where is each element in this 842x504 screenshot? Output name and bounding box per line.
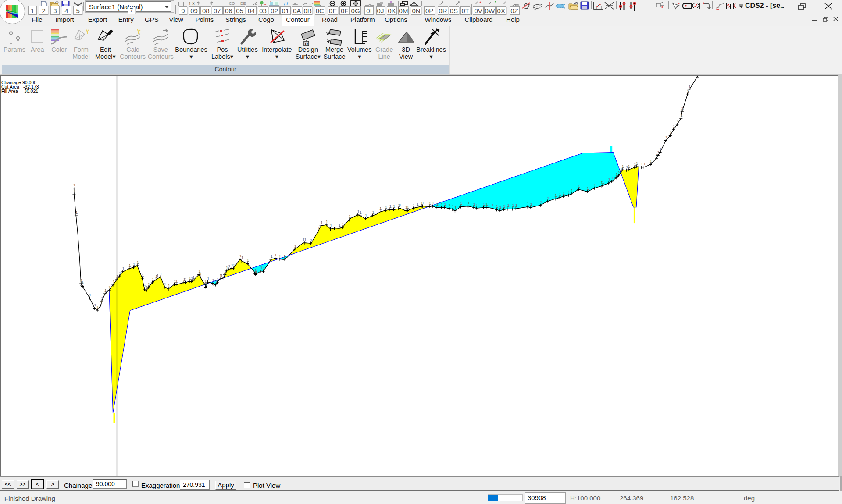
svg-text:1: 1 [255,269,257,273]
svg-text:1: 1 [689,84,691,89]
svg-text:1: 1 [429,201,431,206]
svg-text:1: 1 [643,161,646,166]
svg-text:1: 1 [96,305,99,309]
svg-text:1: 1 [73,188,75,193]
svg-text:1: 1 [247,258,249,263]
svg-text:1: 1 [89,292,91,297]
svg-text:1: 1 [641,161,643,166]
svg-text:1: 1 [422,200,424,205]
svg-text:DE: DE [240,1,246,6]
svg-text:1: 1 [483,202,485,206]
svg-text:1: 1 [73,182,75,187]
svg-text:1: 1 [207,276,209,281]
svg-text:1: 1 [294,244,296,248]
svg-text:1: 1 [530,202,532,206]
svg-text:1: 1 [515,203,517,208]
svg-text:1: 1 [94,302,96,307]
svg-text:1: 1 [325,219,328,224]
svg-text:1: 1 [100,299,103,304]
svg-text:1: 1 [175,279,178,284]
svg-text:1: 1 [152,277,154,282]
svg-text:1: 1 [507,203,510,208]
svg-text:1: 1 [554,193,557,198]
svg-text:1: 1 [148,282,150,287]
svg-text:1: 1 [393,204,395,209]
svg-text:1: 1 [608,177,610,182]
svg-text:1: 1 [334,222,336,227]
svg-text:1: 1 [221,273,223,278]
svg-text:1: 1 [263,266,265,270]
svg-text:1: 1 [304,237,307,242]
svg-text:1: 1 [101,295,103,300]
svg-text:1: 1 [279,253,281,258]
svg-text:1: 1 [677,118,679,123]
svg-text:1: 1 [342,222,344,227]
svg-text:1: 1 [399,202,401,207]
svg-text:1: 1 [444,202,446,206]
svg-text:1: 1 [128,263,131,268]
svg-text:1: 1 [680,113,682,117]
svg-text:1: 1 [571,188,573,193]
svg-text:1: 1 [559,192,561,197]
svg-text:1: 1 [594,182,596,187]
svg-text:1: 1 [660,146,662,151]
svg-text:1: 1 [460,201,462,206]
svg-text:1: 1 [416,202,418,206]
svg-text:1: 1 [185,277,187,281]
svg-text:1: 1 [108,284,111,289]
svg-text:1: 1 [385,205,387,209]
svg-text:1: 1 [687,89,689,94]
svg-text:1: 1 [330,223,332,228]
svg-text:1 3: 1 3 [189,1,195,6]
svg-text:1: 1 [496,204,498,209]
svg-text:1: 1 [233,263,235,267]
svg-text:1: 1 [270,254,272,259]
svg-text:1: 1 [205,282,207,287]
svg-text:Fill Area: Fill Area [1,89,18,94]
svg-text:1: 1 [112,279,114,284]
svg-text:1: 1 [119,270,121,275]
svg-text:1: 1 [499,205,502,209]
svg-text:CO: CO [229,1,235,6]
svg-text:1: 1 [673,124,675,128]
svg-text:1: 1 [432,200,434,205]
svg-text:1: 1 [467,200,470,205]
svg-text:1: 1 [628,164,630,169]
svg-text:1: 1 [142,273,144,277]
svg-text:1: 1 [547,195,549,200]
svg-text:1: 1 [164,281,166,286]
svg-text:1: 1 [275,252,277,257]
svg-text:1: 1 [436,202,439,206]
svg-text:1: 1 [452,203,454,208]
svg-text:1: 1 [283,254,285,259]
svg-text:1: 1 [473,202,475,206]
svg-text:1: 1 [365,213,367,218]
svg-text:1: 1 [82,280,84,285]
svg-text:1: 1 [578,184,580,188]
svg-text:1: 1 [241,255,243,260]
svg-text:1: 1 [168,283,170,288]
svg-text:1: 1 [681,106,684,110]
svg-text:1: 1 [193,275,195,280]
svg-text:1: 1 [200,271,202,276]
svg-text:1: 1 [563,191,565,195]
svg-text:30.021: 30.021 [24,89,38,94]
svg-text:1: 1 [665,135,667,139]
svg-text:1: 1 [407,205,409,209]
svg-text:1: 1 [587,186,589,191]
svg-text:1: 1 [389,204,392,209]
svg-text:1: 1 [122,266,124,271]
svg-text:1: 1 [441,202,443,207]
svg-text:1: 1 [670,130,672,135]
svg-text:1: 1 [527,201,529,206]
svg-text:1: 1 [454,205,457,210]
svg-text:1: 1 [413,202,415,207]
svg-text:1: 1 [568,189,570,194]
svg-text:1: 1 [157,273,159,278]
svg-text:1: 1 [491,202,493,207]
svg-text:1: 1 [650,159,652,163]
svg-text:D: D [305,42,308,46]
svg-text:1: 1 [372,210,374,215]
svg-text:1: 1 [540,199,542,204]
svg-text:1: 1 [349,214,351,219]
